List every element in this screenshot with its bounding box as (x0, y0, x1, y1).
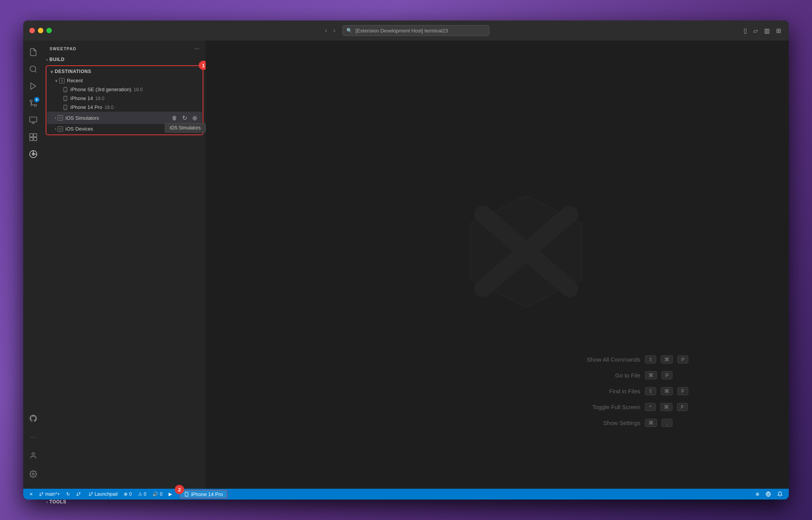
layout-icon[interactable]: ▥ (763, 25, 771, 36)
run-icon: ▶ (169, 491, 172, 497)
svg-rect-8 (30, 134, 33, 137)
svg-point-28 (79, 493, 80, 494)
welcome-shortcuts: Show All Commands ⇧ ⌘ P Go to File ⌘ P F… (563, 355, 688, 427)
show-all-commands-key2: ⌘ (661, 355, 673, 364)
sidebar: SWEETPAD ··· › BUILD 1 ∨ (43, 41, 206, 489)
go-to-file-key2: P (662, 371, 672, 379)
svg-point-4 (30, 100, 32, 102)
sidebar-content: › BUILD 1 ∨ DESTINATIONS ∨ (43, 55, 206, 489)
launchpad-label: Launchpad (95, 491, 118, 497)
ios-simulators-row[interactable]: › S iOS Simulators 🗑 ↻ ⊕ iOS Simulators (47, 112, 202, 124)
show-settings-key1: ⌘ (645, 419, 657, 427)
branch-icon (39, 492, 44, 496)
svg-point-29 (77, 495, 78, 496)
panel-toggle-icon[interactable]: ▱ (752, 25, 759, 36)
status-launchpad[interactable]: Launchpad (87, 491, 119, 497)
device-iphone14pro[interactable]: iPhone 14 Pro 18.0 · (47, 103, 202, 112)
go-to-file-label: Go to File (563, 372, 640, 379)
status-info[interactable]: 🔊 0 (151, 491, 164, 497)
status-bell[interactable] (776, 491, 784, 497)
status-world[interactable] (764, 491, 773, 497)
activity-settings[interactable] (26, 466, 41, 482)
svg-point-32 (89, 495, 90, 496)
activity-more[interactable]: ··· (26, 429, 41, 445)
step-badge-1: 1 (199, 61, 206, 70)
build-section-label: BUILD (49, 57, 65, 62)
device-iphone-se[interactable]: iPhone SE (3rd generation) 18.0 (47, 85, 202, 94)
svg-point-0 (30, 66, 36, 72)
iphone14pro-icon (63, 105, 68, 110)
back-arrow[interactable]: ‹ (323, 26, 329, 35)
info-icon: 🔊 (152, 491, 158, 497)
titlebar-center: ‹ › 🔍 [Extension Development Host] termi… (323, 25, 490, 36)
recent-chevron-down-icon: ∨ (55, 78, 58, 83)
svg-marker-2 (31, 83, 36, 90)
activity-extensions[interactable] (26, 129, 41, 145)
destinations-label: DESTINATIONS (55, 69, 91, 74)
status-pin[interactable]: ⊕ (754, 491, 761, 497)
minimize-button[interactable] (38, 28, 43, 33)
activity-files[interactable] (26, 44, 41, 60)
find-in-files-key3: F (677, 387, 688, 395)
activity-tools[interactable] (26, 146, 41, 162)
status-run[interactable]: ▶ (167, 491, 174, 497)
svg-point-13 (32, 453, 35, 455)
status-error[interactable]: ✕ (28, 492, 34, 497)
build-section-header[interactable]: › BUILD (43, 55, 206, 64)
svg-rect-5 (30, 117, 37, 122)
activity-remote[interactable] (26, 112, 41, 128)
add-device-button[interactable]: ⊕ (190, 114, 199, 122)
sidebar-toggle-icon[interactable]: ▯ (742, 25, 749, 36)
destinations-section-header[interactable]: ∨ DESTINATIONS (47, 67, 202, 76)
status-warnings[interactable]: ⚠ 0 (136, 491, 148, 497)
iphone14pro-name: iPhone 14 Pro (70, 104, 102, 110)
refresh-button[interactable]: ↻ (180, 114, 189, 122)
source-branch-icon (76, 492, 81, 496)
forward-arrow[interactable]: › (331, 26, 338, 35)
ios-simulators-tooltip: iOS Simulators (165, 123, 206, 133)
pin-icon: ⊕ (756, 491, 759, 497)
activity-account[interactable] (26, 448, 41, 463)
activity-github[interactable] (26, 411, 41, 426)
status-errors[interactable]: ⊗ 0 (122, 491, 133, 497)
toggle-fullscreen-key3: F (677, 403, 688, 411)
status-source-branch[interactable] (75, 492, 84, 496)
sidebar-more-button[interactable]: ··· (194, 45, 200, 52)
status-x-icon: ✕ (29, 492, 33, 497)
search-bar-text: [Extension Development Host] terminal23 (355, 28, 448, 34)
status-sync[interactable]: ↻ (65, 491, 72, 497)
shortcut-find-in-files: Find in Files ⇧ ⌘ F (563, 387, 688, 395)
activity-source-control[interactable]: 9 (26, 95, 41, 111)
errors-icon: ⊗ (124, 491, 128, 497)
ios-devices-chevron-right-icon: › (55, 127, 56, 131)
xcode-logo (464, 190, 588, 313)
status-branch[interactable]: main*+ (38, 491, 61, 497)
activity-search[interactable] (26, 61, 41, 77)
activity-run[interactable] (26, 78, 41, 94)
close-button[interactable] (29, 28, 35, 33)
shortcut-show-settings: Show Settings ⌘ , (563, 419, 688, 427)
iphone14-icon (63, 96, 68, 101)
main-content: 9 (23, 41, 789, 489)
errors-count: 0 (129, 491, 132, 497)
build-chevron-right-icon: › (46, 58, 48, 62)
world-icon (766, 491, 771, 497)
iphone14pro-version: 18.0 (104, 105, 113, 110)
activity-bottom: ··· (26, 410, 41, 486)
iphone14pro-dot: · (114, 105, 116, 110)
svg-point-31 (91, 493, 92, 494)
multiview-icon[interactable]: ⊞ (774, 25, 783, 36)
editor-area: Show All Commands ⇧ ⌘ P Go to File ⌘ P F… (206, 41, 789, 489)
launchpad-icon (89, 492, 93, 496)
maximize-button[interactable] (46, 28, 52, 33)
traffic-lights (29, 28, 52, 33)
device-iphone14[interactable]: iPhone 14 18.0 (47, 94, 202, 103)
svg-rect-9 (34, 134, 37, 137)
toggle-fullscreen-label: Toggle Full Screen (563, 404, 640, 410)
sidebar-header: SWEETPAD ··· (43, 41, 206, 55)
shortcut-go-to-file: Go to File ⌘ P (563, 371, 688, 379)
recent-header[interactable]: ∨ S Recent (47, 76, 202, 85)
search-bar[interactable]: 🔍 [Extension Development Host] terminal2… (342, 25, 489, 36)
delete-button[interactable]: 🗑 (170, 114, 179, 122)
device-button[interactable]: 2 iPhone 14 Pro (180, 490, 227, 498)
